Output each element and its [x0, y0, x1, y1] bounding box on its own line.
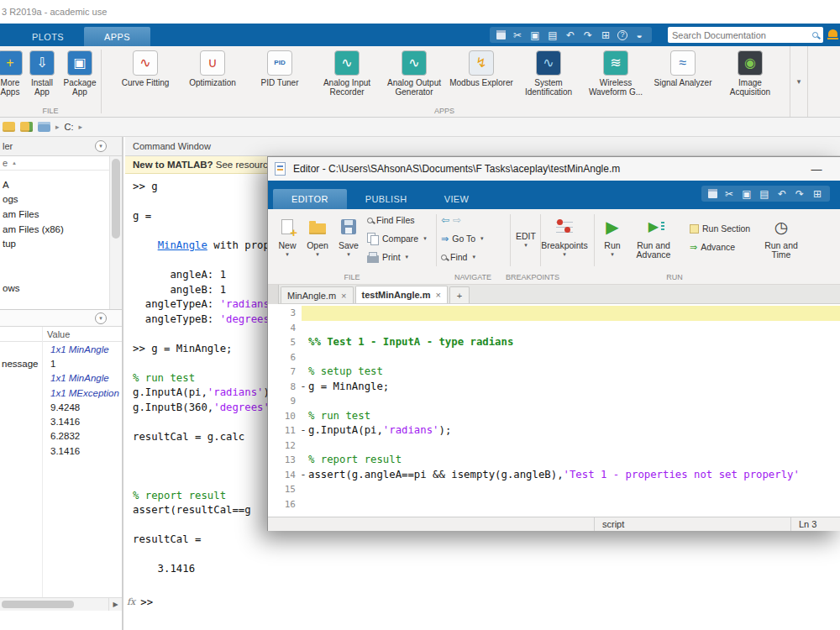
search-icon[interactable] [812, 32, 818, 38]
forward-arrow-icon[interactable]: ⇨ [453, 215, 461, 225]
text-segment[interactable]: MinAngle [158, 239, 207, 251]
close-icon[interactable]: × [435, 290, 440, 300]
code-line[interactable]: 4 [268, 321, 840, 336]
code-line[interactable]: 12 [268, 438, 840, 454]
app-curve-fitting[interactable]: ∿Curve Fitting [112, 50, 179, 87]
app-modbus-explorer[interactable]: ↯Modbus Explorer [448, 50, 515, 87]
workspace-hscrollbar[interactable]: ▶ [0, 597, 122, 611]
code-line[interactable]: 10% run test [268, 409, 840, 424]
find-button[interactable]: Find ▾ [441, 249, 484, 265]
redo-icon[interactable]: ↷ [794, 188, 806, 200]
code-line[interactable]: 13% report result [268, 453, 840, 468]
save-icon[interactable] [496, 30, 506, 39]
layout-icon[interactable] [38, 122, 50, 132]
ribbon-tab-view[interactable]: VIEW [426, 189, 488, 209]
run-and-time-button[interactable]: ◷ Run and Time [759, 211, 804, 268]
workspace-row[interactable]: 3.1416 [0, 414, 122, 428]
new-folder-icon[interactable] [20, 122, 33, 132]
switch-window-icon[interactable]: ⊞ [600, 29, 612, 41]
print-button[interactable]: Print ▾ [367, 249, 427, 265]
scrollbar-thumb[interactable] [2, 601, 74, 608]
help-icon[interactable]: ? [617, 30, 627, 40]
editor-titlebar[interactable]: Editor - C:\Users\SAhsonAS\Documents\F T… [268, 157, 840, 181]
run-and-advance-button[interactable]: ▶ Run and Advance [630, 211, 677, 268]
code-line[interactable]: 3 [268, 306, 840, 321]
app-wireless-waveform-g[interactable]: ≋Wireless Waveform G... [582, 50, 649, 97]
minimize-icon[interactable]: — [802, 160, 831, 178]
code-line[interactable]: 5%% Test 1 - InputA - type radians [268, 335, 840, 350]
workspace-row[interactable]: 1x1 MinAngle [0, 342, 122, 356]
nav-arrows[interactable]: ⇦ ⇨ [441, 213, 484, 228]
code-line[interactable]: 7% setup test [268, 365, 840, 380]
compare-button[interactable]: Compare ▾ [367, 231, 427, 246]
panel-menu-icon[interactable]: ▾ [95, 140, 107, 152]
cut-icon[interactable]: ✂ [723, 188, 735, 200]
new-button[interactable]: New ▾ [273, 211, 302, 268]
goto-button[interactable]: ⇒ Go To ▾ [441, 231, 484, 246]
app-optimization[interactable]: ∪Optimization [179, 50, 246, 87]
new-tab-button[interactable]: + [449, 286, 470, 303]
back-arrow-icon[interactable]: ⇦ [441, 215, 449, 225]
ribbon-tab-plots[interactable]: PLOTS [12, 27, 84, 46]
app-system-identification[interactable]: ∿System Identification [515, 50, 582, 97]
file-tab-minangle-m[interactable]: MinAngle.m× [281, 286, 354, 303]
workspace-row[interactable]: nessage1 [0, 356, 122, 370]
code-line[interactable]: 6 [268, 350, 840, 365]
folder-scrollbar[interactable] [109, 156, 122, 309]
cut-icon[interactable]: ✂ [512, 29, 523, 41]
close-icon[interactable]: × [341, 291, 346, 301]
code-line[interactable]: 14-assert(g.angleA==pi && isempty(g.angl… [268, 468, 840, 483]
open-button[interactable]: Open ▾ [303, 211, 332, 268]
search-input[interactable] [668, 30, 812, 40]
app-image-acquisition[interactable]: ◉Image Acquisition [717, 50, 784, 97]
folder-column-header[interactable]: e ▲ [0, 156, 109, 171]
find-files-button[interactable]: Find Files [367, 213, 427, 228]
workspace-row[interactable]: 3.1416 [0, 444, 122, 458]
save-icon[interactable] [708, 189, 717, 198]
paste-icon[interactable]: ▤ [547, 29, 559, 41]
undo-icon[interactable]: ↶ [776, 188, 788, 200]
code-line[interactable]: 9 [268, 394, 840, 409]
code-line[interactable]: 11-g.InputA(pi,'radians'); [268, 423, 840, 438]
code-line[interactable]: 8-g = MinAngle; [268, 380, 840, 395]
switch-window-icon[interactable]: ⊞ [811, 188, 823, 200]
ribbon-tab-editor[interactable]: EDITOR [273, 189, 347, 209]
code-line[interactable]: 16 [268, 497, 840, 512]
code-editor[interactable]: 345%% Test 1 - InputA - type radians67% … [268, 304, 840, 517]
advance-button[interactable]: ⇒ Advance [690, 239, 750, 255]
workspace-row[interactable]: 9.4248 [0, 400, 122, 414]
redo-icon[interactable]: ↷ [582, 29, 594, 41]
save-button[interactable]: Save ▾ [333, 211, 364, 268]
run-section-button[interactable]: Run Section [690, 221, 750, 236]
workspace-column-header[interactable]: Value [0, 327, 122, 342]
folder-item[interactable]: A [0, 177, 109, 192]
notification-bell-icon[interactable] [827, 29, 838, 41]
scrollbar-thumb[interactable] [112, 159, 120, 239]
command-prompt[interactable]: fx >> [125, 595, 153, 610]
breadcrumb-segment[interactable]: C: [65, 122, 74, 132]
app-analog-output-generator[interactable]: ∿Analog Output Generator [381, 50, 448, 97]
ribbon-tab-publish[interactable]: PUBLISH [347, 189, 426, 209]
workspace-row[interactable]: 6.2832 [0, 429, 122, 444]
folder-item[interactable]: tup [0, 236, 109, 251]
run-button[interactable]: ▶ Run ▾ [596, 211, 628, 268]
file-tab-testminangle-m[interactable]: testMinAngle.m× [355, 286, 448, 303]
folder-item[interactable]: am Files (x86) [0, 222, 109, 237]
folder-item[interactable]: am Files [0, 207, 109, 222]
scroll-right-icon[interactable]: ▶ [108, 598, 122, 611]
copy-icon[interactable]: ▣ [529, 29, 541, 41]
undo-icon[interactable]: ↶ [564, 29, 576, 41]
community-icon[interactable]: ◒ [633, 29, 645, 41]
workspace-row[interactable]: 1x1 MinAngle [0, 371, 122, 386]
panel-menu-icon[interactable]: ▾ [95, 312, 107, 324]
documentation-search[interactable] [668, 27, 823, 43]
folder-icon[interactable] [3, 122, 15, 132]
code-line[interactable]: 15 [268, 482, 840, 497]
workspace-row[interactable]: 1x1 MException [0, 386, 122, 400]
breakpoints-button[interactable]: Breakpoints ▾ [538, 211, 591, 268]
gallery-expand-icon[interactable]: ▾ [790, 46, 808, 117]
folder-item[interactable]: ogs [0, 192, 109, 207]
edit-button[interactable]: EDIT ▾ [512, 211, 539, 268]
folder-item[interactable]: ows [0, 281, 109, 296]
app-pid-tuner[interactable]: PIDPID Tuner [246, 50, 313, 87]
